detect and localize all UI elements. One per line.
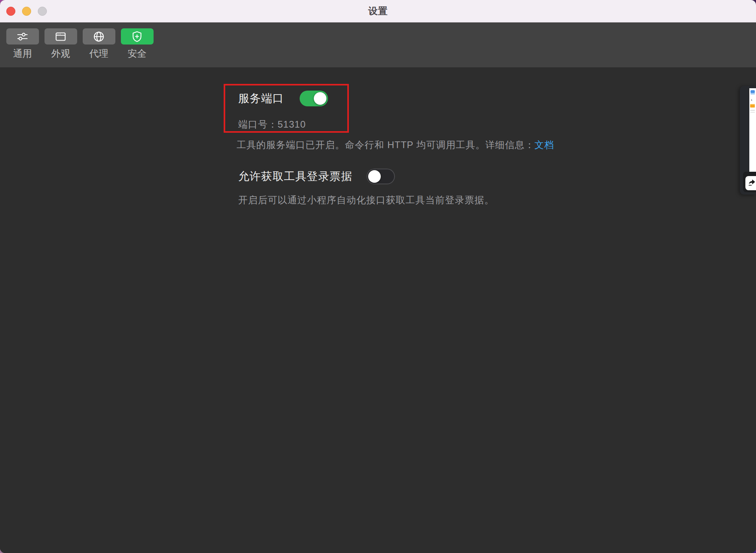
- tab-general[interactable]: 通用: [6, 28, 39, 60]
- service-port-toggle[interactable]: [300, 91, 328, 106]
- login-ticket-description: 开启后可以通过小程序自动化接口获取工具当前登录票据。: [238, 194, 494, 206]
- login-ticket-row: 允许获取工具登录票据: [238, 169, 395, 184]
- sliders-icon: [16, 30, 29, 43]
- list-lines: [750, 110, 755, 111]
- minimize-button[interactable]: [22, 7, 31, 16]
- port-number-text: 端口号：51310: [238, 118, 306, 131]
- login-ticket-toggle[interactable]: [367, 169, 395, 184]
- content-area: 服务端口 端口号：51310 工具的服务端口已开启。命令行和 HTTP 均可调用…: [0, 67, 756, 553]
- docs-link[interactable]: 文档: [535, 139, 554, 150]
- toggle-knob: [368, 170, 381, 183]
- settings-window: 设置 通用: [0, 0, 756, 553]
- toggle-knob: [314, 92, 326, 105]
- tab-appearance-label: 外观: [51, 47, 70, 60]
- tab-proxy-button[interactable]: [83, 28, 115, 45]
- close-button[interactable]: [6, 7, 15, 16]
- traffic-lights: [6, 0, 47, 22]
- zoom-button-disabled: [38, 7, 47, 16]
- app-icon: [750, 90, 755, 95]
- tab-general-button[interactable]: [6, 28, 39, 45]
- folder-icon: [750, 104, 755, 108]
- tab-appearance[interactable]: 外观: [44, 28, 77, 60]
- tab-appearance-button[interactable]: [44, 28, 77, 45]
- service-port-description-text: 工具的服务端口已开启。命令行和 HTTP 均可调用工具。详细信息：: [237, 139, 535, 150]
- tab-security-button[interactable]: [121, 28, 154, 45]
- share-button[interactable]: [745, 176, 756, 190]
- titlebar: 设置: [0, 0, 756, 22]
- window-icon: [54, 30, 67, 43]
- peek-window-content: ‹: [749, 88, 756, 172]
- tab-proxy-label: 代理: [89, 47, 108, 60]
- service-port-row: 服务端口: [238, 91, 328, 106]
- peek-window[interactable]: ‹: [740, 86, 756, 195]
- settings-toolbar: 通用 外观: [0, 22, 756, 67]
- chevron-icon: ‹: [751, 98, 752, 102]
- tab-security[interactable]: 安全: [120, 28, 154, 60]
- tab-security-label: 安全: [128, 47, 146, 60]
- login-ticket-label: 允许获取工具登录票据: [238, 169, 352, 184]
- tab-general-label: 通用: [13, 47, 32, 60]
- service-port-description: 工具的服务端口已开启。命令行和 HTTP 均可调用工具。详细信息：文档: [237, 139, 554, 151]
- share-arrow-icon: [747, 178, 756, 189]
- shield-plus-icon: [130, 30, 144, 43]
- service-port-label: 服务端口: [238, 91, 284, 106]
- window-title: 设置: [0, 5, 756, 17]
- tab-proxy[interactable]: 代理: [82, 28, 115, 60]
- globe-icon: [92, 30, 106, 43]
